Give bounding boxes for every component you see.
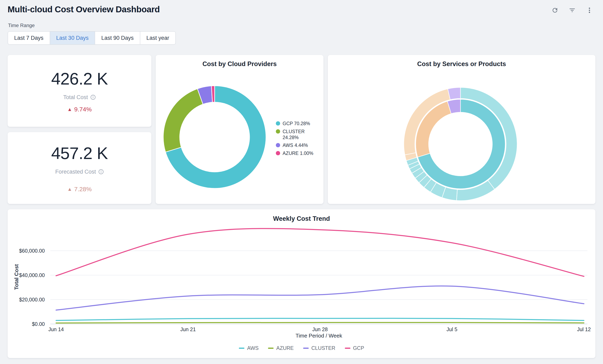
page-title: Multi-cloud Cost Overview Dashboard	[8, 4, 160, 14]
refresh-button[interactable]	[550, 6, 559, 15]
time-range-last-90-days[interactable]: Last 90 Days	[95, 32, 140, 44]
total-cost-label: Total Cost	[63, 94, 96, 100]
forecasted-cost-delta: ▲ 7.28%	[67, 186, 92, 193]
trend-legend: AWSAZURECLUSTERGCP	[8, 345, 595, 351]
info-icon[interactable]	[98, 169, 104, 174]
time-range-last-30-days[interactable]: Last 30 Days	[50, 32, 95, 44]
x-tick-label: Jul 5	[447, 326, 457, 332]
legend-item-gcp[interactable]: GCP 70.28%	[276, 121, 315, 127]
trend-chart-title: Weekly Cost Trend	[8, 215, 595, 222]
legend-bullet	[276, 121, 280, 126]
services-sunburst-chart[interactable]	[328, 55, 595, 204]
more-options-button[interactable]	[585, 6, 594, 15]
legend-label: CLUSTER	[311, 345, 335, 351]
time-range-last-7-days[interactable]: Last 7 Days	[8, 32, 50, 44]
time-range-label: Time Range	[8, 22, 35, 28]
x-tick-label: Jul 12	[577, 326, 591, 332]
x-axis-title: Time Period / Week	[296, 333, 342, 339]
donut-slice-cluster[interactable]	[163, 89, 203, 152]
time-range-last-year[interactable]: Last year	[140, 32, 175, 44]
trend-legend-item-cluster[interactable]: CLUSTER	[303, 345, 335, 351]
top-cards-row: 426.2 K Total Cost ▲ 9.74% 457.2 K Forec…	[8, 55, 595, 204]
legend-label: GCP	[353, 345, 364, 351]
trend-legend-item-azure[interactable]: AZURE	[268, 345, 294, 351]
legend-dash	[239, 348, 244, 349]
total-cost-value: 426.2 K	[51, 69, 108, 88]
x-tick-label: Jun 21	[180, 326, 196, 332]
legend-item-azure[interactable]: AZURE 1.00%	[276, 150, 315, 156]
header-actions	[550, 6, 594, 15]
legend-dash	[268, 348, 274, 349]
total-cost-delta: ▲ 9.74%	[67, 106, 92, 113]
time-range-button-group: Last 7 DaysLast 30 DaysLast 90 DaysLast …	[8, 31, 176, 45]
trend-up-icon: ▲	[67, 107, 72, 112]
weekly-cost-trend-card: $0.00$20,000.00$40,000.00$60,000.00Jun 1…	[8, 209, 595, 358]
sunburst-outer-aws-13[interactable]	[448, 88, 461, 100]
trend-up-icon: ▲	[67, 186, 72, 192]
filter-icon	[569, 7, 576, 14]
legend-bullet	[276, 143, 280, 147]
filter-button[interactable]	[568, 6, 577, 15]
forecasted-cost-label: Forecasted Cost	[55, 169, 104, 175]
total-cost-label-text: Total Cost	[63, 94, 88, 100]
legend-bullet	[276, 151, 280, 155]
legend-item-aws[interactable]: AWS 4.44%	[276, 143, 315, 148]
legend-item-cluster[interactable]: CLUSTER 24.28%	[276, 129, 315, 141]
forecasted-cost-card: 457.2 K Forecasted Cost ▲ 7.28%	[8, 132, 151, 204]
legend-bullet	[276, 129, 280, 133]
total-cost-card: 426.2 K Total Cost ▲ 9.74%	[8, 55, 151, 127]
y-axis-title: Total Cost	[13, 264, 20, 290]
y-tick-label: $0.00	[32, 321, 45, 327]
cost-by-cloud-providers-card: Cost by Cloud Providers GCP 70.28%CLUSTE…	[156, 55, 324, 204]
providers-legend: GCP 70.28%CLUSTER 24.28%AWS 4.44%AZURE 1…	[276, 121, 315, 158]
forecasted-cost-value: 457.2 K	[51, 144, 108, 163]
trend-line-gcp[interactable]	[56, 229, 584, 276]
total-cost-delta-value: 9.74%	[74, 106, 92, 113]
legend-label: AWS	[247, 345, 259, 351]
x-tick-label: Jun 28	[312, 326, 328, 332]
legend-label: AZURE	[276, 345, 294, 351]
y-tick-label: $20,000.00	[19, 297, 45, 302]
y-tick-label: $40,000.00	[19, 272, 45, 278]
trend-line-aws[interactable]	[56, 318, 584, 320]
cost-by-services-card: Cost by Services or Products	[328, 55, 595, 204]
trend-line-cluster[interactable]	[56, 286, 584, 310]
legend-label: CLUSTER 24.28%	[283, 129, 315, 141]
trend-legend-item-aws[interactable]: AWS	[239, 345, 259, 351]
kpi-column: 426.2 K Total Cost ▲ 9.74% 457.2 K Forec…	[8, 55, 151, 204]
legend-label: AWS 4.44%	[283, 143, 308, 148]
legend-dash	[345, 348, 350, 349]
info-icon[interactable]	[90, 95, 96, 100]
legend-label: GCP 70.28%	[283, 121, 310, 127]
kebab-menu-icon	[586, 7, 593, 14]
dashboard-page: Multi-cloud Cost Overview Dashboard Time…	[0, 0, 603, 364]
forecasted-cost-delta-value: 7.28%	[74, 186, 92, 193]
trend-line-azure[interactable]	[56, 322, 584, 323]
forecasted-cost-label-text: Forecasted Cost	[55, 169, 96, 175]
legend-dash	[303, 348, 309, 349]
y-tick-label: $60,000.00	[19, 248, 45, 254]
trend-legend-item-gcp[interactable]: GCP	[345, 345, 364, 351]
weekly-cost-trend-chart[interactable]: $0.00$20,000.00$40,000.00$60,000.00Jun 1…	[8, 209, 595, 358]
refresh-icon	[551, 7, 558, 14]
x-tick-label: Jun 14	[48, 326, 64, 332]
legend-label: AZURE 1.00%	[283, 150, 313, 156]
